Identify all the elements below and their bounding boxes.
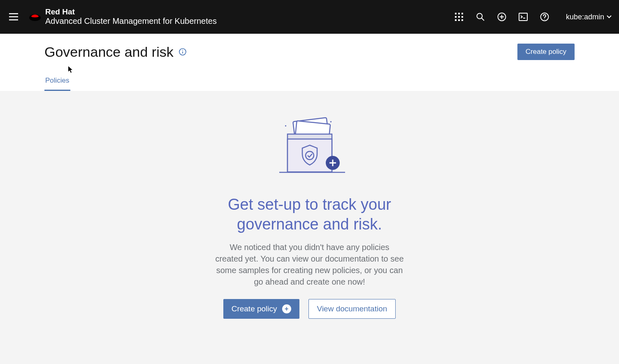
menu-toggle-button[interactable] bbox=[6, 9, 21, 25]
help-button[interactable] bbox=[540, 12, 549, 22]
svg-line-14 bbox=[482, 18, 484, 21]
svg-rect-11 bbox=[458, 19, 460, 21]
svg-rect-2 bbox=[9, 19, 18, 21]
svg-rect-7 bbox=[455, 16, 457, 18]
main-content: Get set-up to track your governance and … bbox=[0, 91, 619, 319]
redhat-logo-icon bbox=[29, 12, 41, 21]
page-tabs: Policies bbox=[44, 72, 575, 91]
help-icon bbox=[540, 12, 549, 21]
svg-rect-12 bbox=[461, 19, 463, 21]
svg-rect-18 bbox=[519, 13, 527, 21]
empty-create-policy-button[interactable]: Create policy + bbox=[223, 299, 299, 319]
global-header: Red Hat Advanced Cluster Management for … bbox=[0, 0, 619, 34]
product-name: Advanced Cluster Management for Kubernet… bbox=[45, 16, 217, 26]
empty-state-body: We noticed that you didn't have any poli… bbox=[215, 241, 404, 287]
svg-rect-9 bbox=[461, 16, 463, 18]
svg-rect-6 bbox=[461, 13, 463, 14]
svg-point-24 bbox=[182, 50, 183, 51]
info-icon bbox=[179, 48, 186, 56]
page-head: Governance and risk Create policy Polici… bbox=[0, 34, 619, 91]
header-actions: kube:admin bbox=[454, 12, 612, 22]
svg-rect-4 bbox=[455, 13, 457, 14]
user-menu[interactable]: kube:admin bbox=[566, 13, 612, 21]
page-info-button[interactable] bbox=[179, 48, 187, 56]
user-name: kube:admin bbox=[566, 13, 604, 21]
apps-grid-icon bbox=[455, 13, 463, 21]
apps-launcher-button[interactable] bbox=[454, 12, 464, 22]
page-title: Governance and risk bbox=[44, 44, 174, 60]
search-button[interactable] bbox=[475, 12, 485, 22]
plus-circle-icon bbox=[497, 12, 506, 21]
svg-point-13 bbox=[477, 14, 482, 19]
terminal-button[interactable] bbox=[518, 12, 528, 22]
plus-icon: + bbox=[282, 304, 291, 313]
svg-rect-1 bbox=[9, 16, 18, 18]
brand-name: Red Hat bbox=[45, 8, 217, 16]
svg-rect-0 bbox=[9, 13, 18, 14]
search-icon bbox=[476, 13, 485, 21]
svg-rect-8 bbox=[458, 16, 460, 18]
terminal-icon bbox=[519, 13, 528, 21]
svg-rect-10 bbox=[455, 19, 457, 21]
caret-down-icon bbox=[607, 15, 612, 19]
brand-area: Red Hat Advanced Cluster Management for … bbox=[29, 8, 217, 26]
create-policy-button[interactable]: Create policy bbox=[517, 44, 575, 60]
add-button[interactable] bbox=[497, 12, 507, 22]
svg-point-21 bbox=[544, 19, 545, 20]
empty-state-illustration bbox=[269, 111, 351, 179]
empty-create-policy-label: Create policy bbox=[232, 304, 277, 313]
view-documentation-button[interactable]: View documentation bbox=[308, 299, 396, 319]
hamburger-icon bbox=[9, 13, 18, 21]
svg-rect-5 bbox=[458, 13, 460, 14]
tab-policies[interactable]: Policies bbox=[44, 72, 70, 91]
empty-state-heading: Get set-up to track your governance and … bbox=[195, 195, 425, 234]
